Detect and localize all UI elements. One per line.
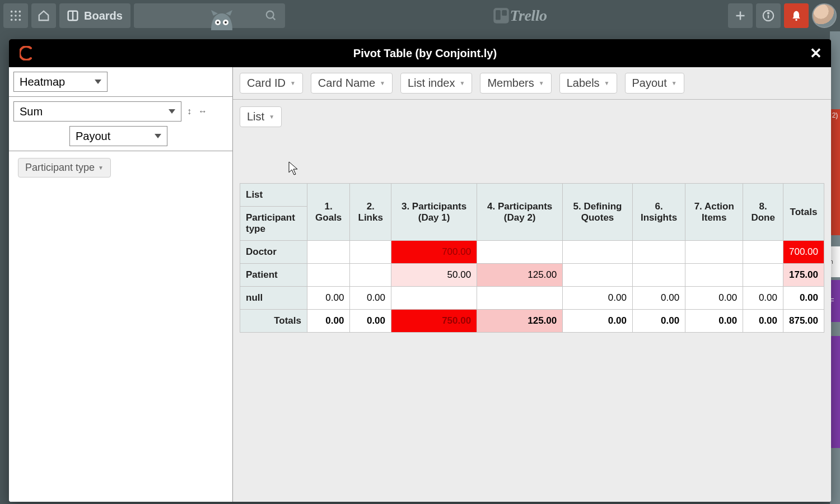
info-icon[interactable] xyxy=(756,3,781,28)
svg-point-0 xyxy=(11,11,13,13)
table-cell xyxy=(307,264,350,287)
trello-header: Boards Trello xyxy=(0,0,840,31)
boards-label: Boards xyxy=(84,10,123,22)
table-cell: 50.00 xyxy=(391,264,477,287)
bell-icon[interactable] xyxy=(784,3,809,28)
filter-pill[interactable]: List index▼ xyxy=(400,73,472,94)
close-icon[interactable]: ✕ xyxy=(810,45,822,62)
svg-point-11 xyxy=(267,11,274,18)
table-cell xyxy=(477,241,563,264)
home-icon[interactable] xyxy=(31,3,56,28)
table-cell xyxy=(391,287,477,310)
table-cell: 0.00 xyxy=(350,287,391,310)
chevron-down-icon: ▼ xyxy=(459,80,465,86)
table-cell xyxy=(685,264,743,287)
svg-point-7 xyxy=(15,19,17,21)
row-dimension-pill[interactable]: Participant type ▼ xyxy=(18,158,111,178)
content-panel: Card ID▼Card Name▼List index▼Members▼Lab… xyxy=(233,67,831,502)
table-cell xyxy=(685,241,743,264)
sort-vertical-icon[interactable]: ↕ xyxy=(187,106,192,116)
chevron-down-icon: ▼ xyxy=(604,80,610,86)
background-card-red: 2) xyxy=(830,109,840,235)
trello-logo[interactable]: Trello xyxy=(315,7,725,25)
totals-row: Totals0.000.00750.00125.000.000.000.000.… xyxy=(240,310,824,333)
table-cell: 700.00 xyxy=(391,241,477,264)
chevron-down-icon: ▼ xyxy=(290,80,296,86)
table-row: Patient50.00125.00175.00 xyxy=(240,264,824,287)
filter-pill[interactable]: Card Name▼ xyxy=(311,73,393,94)
modal-header: Pivot Table (by Conjoint.ly) ✕ xyxy=(9,39,831,67)
svg-rect-21 xyxy=(502,10,507,16)
table-cell xyxy=(350,241,391,264)
table-row: Doctor700.00700.00 xyxy=(240,241,824,264)
boards-button[interactable]: Boards xyxy=(59,3,130,28)
chevron-down-icon: ▼ xyxy=(380,80,385,86)
table-cell: 0.00 xyxy=(632,310,685,333)
filter-pill[interactable]: Payout▼ xyxy=(625,73,684,94)
table-cell: 0.00 xyxy=(783,287,824,310)
renderer-select[interactable]: Heatmap xyxy=(13,72,108,92)
table-cell: 125.00 xyxy=(477,310,563,333)
table-cell: 0.00 xyxy=(743,310,783,333)
svg-point-27 xyxy=(795,19,797,21)
table-cell: 750.00 xyxy=(391,310,477,333)
svg-line-12 xyxy=(273,17,276,20)
table-cell: 0.00 xyxy=(685,287,743,310)
chevron-down-icon: ▼ xyxy=(671,80,677,86)
aggregator-select[interactable]: Sum xyxy=(13,101,181,122)
svg-point-17 xyxy=(217,21,219,24)
column-dimension-pill[interactable]: List ▼ xyxy=(240,106,282,127)
svg-rect-20 xyxy=(496,10,501,20)
svg-point-4 xyxy=(15,15,17,17)
plus-icon[interactable] xyxy=(728,3,753,28)
search-input[interactable] xyxy=(134,3,285,28)
col-header: 6. Insights xyxy=(632,184,685,241)
table-cell xyxy=(563,264,633,287)
logo-text: Trello xyxy=(510,7,547,25)
background-card-purple-2 xyxy=(830,336,840,448)
table-cell xyxy=(477,287,563,310)
svg-point-18 xyxy=(225,21,227,24)
table-cell xyxy=(743,241,783,264)
svg-marker-13 xyxy=(211,10,218,16)
chevron-down-icon xyxy=(169,109,175,114)
table-cell: 0.00 xyxy=(307,310,350,333)
col-header: 2. Links xyxy=(350,184,391,241)
col-header: 5. Defining Quotes xyxy=(563,184,633,241)
chevron-down-icon xyxy=(95,80,101,84)
table-cell: 175.00 xyxy=(783,264,824,287)
col-header: 1. Goals xyxy=(307,184,350,241)
sort-horizontal-icon[interactable]: ↔ xyxy=(198,106,207,116)
row-header: Patient xyxy=(240,264,307,287)
avatar[interactable] xyxy=(812,3,837,28)
table-cell: 875.00 xyxy=(783,310,824,333)
filter-pill[interactable]: Labels▼ xyxy=(559,73,617,94)
table-cell xyxy=(632,241,685,264)
table-cell xyxy=(743,264,783,287)
table-cell xyxy=(632,264,685,287)
filter-bar: Card ID▼Card Name▼List index▼Members▼Lab… xyxy=(233,67,831,100)
chevron-down-icon: ▼ xyxy=(98,165,104,171)
table-cell: 0.00 xyxy=(632,287,685,310)
table-cell xyxy=(563,241,633,264)
svg-point-3 xyxy=(11,15,13,17)
apps-icon[interactable] xyxy=(3,3,28,28)
column-dim-bar: List ▼ xyxy=(233,100,831,183)
background-card-white: n xyxy=(830,246,840,277)
config-panel: Heatmap Sum ↕ ↔ Payout xyxy=(9,67,233,502)
svg-marker-14 xyxy=(226,10,232,16)
svg-point-8 xyxy=(19,19,21,21)
filter-pill[interactable]: Members▼ xyxy=(480,73,551,94)
table-cell xyxy=(350,264,391,287)
table-cell: 0.00 xyxy=(563,310,633,333)
table-cell: 0.00 xyxy=(307,287,350,310)
cursor-icon xyxy=(288,161,300,176)
col-header: 7. Action Items xyxy=(685,184,743,241)
pivot-table-modal: Pivot Table (by Conjoint.ly) ✕ Heatmap S… xyxy=(9,39,831,502)
table-cell: 0.00 xyxy=(685,310,743,333)
svg-point-2 xyxy=(19,11,21,13)
chevron-down-icon xyxy=(155,134,161,138)
table-cell: 0.00 xyxy=(350,310,391,333)
filter-pill[interactable]: Card ID▼ xyxy=(240,73,303,94)
metric-select[interactable]: Payout xyxy=(69,126,167,146)
